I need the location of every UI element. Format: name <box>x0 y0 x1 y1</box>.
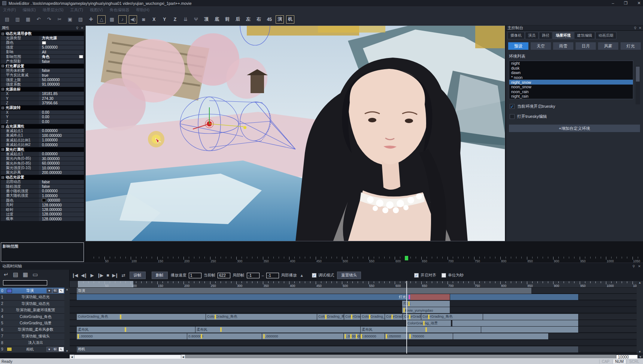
frame-button[interactable]: 帧 <box>52 288 58 293</box>
timeline-vertical-scrollbar[interactable]: ▲▼ <box>637 281 643 354</box>
bell-icon[interactable]: ▲ <box>300 273 304 278</box>
open-folder-icon[interactable]: ▥ <box>13 15 22 24</box>
keyframe-marker[interactable] <box>386 334 387 339</box>
track-row[interactable]: 7导演功能_慢镜头 <box>0 333 64 339</box>
timeline-clip[interactable] <box>453 333 549 339</box>
menu-item-4[interactable]: 视图(V) <box>90 7 103 13</box>
timeline-clip[interactable]: 0.800000 <box>360 333 385 339</box>
timeline-clip[interactable]: ColorGrading_角色 <box>77 314 206 320</box>
collapse-icon[interactable]: − <box>1 176 4 179</box>
collapse-icon[interactable]: − <box>1 125 4 128</box>
move-gizmo-icon[interactable]: ✚ <box>87 15 95 24</box>
property-value[interactable]: 50.000000 <box>39 78 84 82</box>
chevron-down-icon[interactable]: ▼ <box>46 347 52 352</box>
property-value[interactable]: 0.000000 <box>39 189 84 193</box>
drop-to-ground-icon[interactable]: ⇊ <box>181 15 189 24</box>
property-value[interactable]: 60.000000 <box>39 161 84 165</box>
timeline-clip[interactable]: 0.050000 <box>385 333 408 339</box>
property-value[interactable]: 128.000000 <box>39 203 84 207</box>
timeline-clip[interactable] <box>481 327 579 333</box>
timeline-clip[interactable]: 1.000000 <box>77 333 187 339</box>
tab-演员[interactable]: 演员 <box>525 32 539 39</box>
viewport-3d[interactable] <box>85 25 505 241</box>
timeline-clip[interactable]: 柔布风 <box>361 327 481 333</box>
view-right-button[interactable]: 右 <box>255 15 263 24</box>
timeline-clip[interactable]: ColorGrading_场景 <box>406 320 451 326</box>
frame-button[interactable]: 帧 <box>52 347 58 352</box>
keyframe-marker[interactable] <box>120 315 121 319</box>
track-color-swatch[interactable] <box>7 289 12 293</box>
property-value[interactable]: false <box>39 59 84 63</box>
property-value[interactable]: false <box>39 184 84 189</box>
menu-item-5[interactable]: 角色编辑器 <box>110 7 130 13</box>
view-left-button[interactable]: 左 <box>244 15 252 24</box>
paste-icon[interactable]: ▧ <box>76 15 85 24</box>
axis-x-button[interactable]: X <box>150 15 158 24</box>
keyframe-marker[interactable] <box>428 315 430 319</box>
keyframe-marker[interactable] <box>220 327 222 332</box>
reset-camera-button[interactable]: 重置镜头 <box>337 272 361 279</box>
timeline-tracks-area[interactable]: 导演灯光灯光Movie_yunyingdaoColorGrading_角色Col… <box>70 288 637 354</box>
env-item[interactable]: * noon <box>509 75 633 80</box>
undo-icon[interactable]: ↶ <box>34 15 43 24</box>
keyframe-marker[interactable] <box>361 334 362 339</box>
track-row[interactable]: 0导演▼帧↖ <box>0 288 64 294</box>
keyframe-marker[interactable] <box>369 315 370 319</box>
property-value[interactable]: 128.000000 <box>39 208 84 212</box>
minimize-button[interactable]: – <box>612 1 614 6</box>
chevron-down-icon[interactable]: ▼ <box>46 288 52 293</box>
env-item[interactable]: noon_snow <box>509 85 633 89</box>
timeline-clip[interactable]: ColorGrading_角 <box>344 314 361 320</box>
timeline-clip[interactable]: ColorGrading_角色 <box>361 314 385 320</box>
property-value[interactable]: 128.000000 <box>39 212 84 216</box>
menu-item-0[interactable]: 文件(F) <box>3 7 16 13</box>
keyframe-marker[interactable] <box>345 334 346 339</box>
property-value[interactable]: true <box>39 73 84 77</box>
global-frame-ruler[interactable]: 5010015020025030035040045050055060065070… <box>94 257 640 263</box>
global-playhead-marker[interactable] <box>405 256 408 260</box>
timeline-clip[interactable]: 柔布风 <box>195 327 361 333</box>
new-file-icon[interactable]: ▤ <box>3 15 11 24</box>
collapse-icon[interactable]: − <box>1 33 4 35</box>
track-row[interactable]: 3导演功能_新建环境配置 <box>0 307 64 313</box>
delete-frame-button[interactable]: 删帧 <box>152 272 168 279</box>
music-icon[interactable]: ♪ <box>118 15 127 24</box>
env-item[interactable]: night_rain <box>509 94 633 99</box>
property-value[interactable]: 128.000000 <box>39 217 84 221</box>
rotate-gizmo-icon[interactable]: △ <box>97 15 106 24</box>
close-panel-icon[interactable]: ✕ <box>81 26 84 30</box>
tab-路径[interactable]: 路径 <box>539 32 552 39</box>
timeline-clip[interactable]: 灯光 <box>398 294 410 300</box>
unit-seconds-checkbox[interactable] <box>442 273 446 278</box>
keyframe-marker[interactable] <box>350 334 352 339</box>
collapse-icon[interactable]: − <box>1 148 4 151</box>
import-track-icon[interactable]: ↵ <box>4 271 9 278</box>
property-value[interactable]: 角色 <box>39 55 84 59</box>
tab-摄像机[interactable]: 摄像机 <box>507 32 525 39</box>
property-value[interactable]: All <box>39 50 84 54</box>
axis-y-button[interactable]: Y <box>160 15 169 24</box>
env-button-雨雪[interactable]: 雨雪 <box>553 42 573 50</box>
keyframe-marker[interactable] <box>409 334 411 339</box>
loop-button[interactable]: ⇄ <box>122 273 125 278</box>
track-row[interactable]: 8淡入淡出 <box>0 340 64 346</box>
track-filter-input[interactable] <box>3 280 47 285</box>
track-color-swatch[interactable] <box>7 347 12 351</box>
track-row[interactable]: 4ColorGrading_角色 <box>0 314 64 320</box>
view-back-button[interactable]: 后 <box>234 15 242 24</box>
cut-icon[interactable]: ✂ <box>55 15 64 24</box>
timeline-clip[interactable]: Movie_yunyingdao <box>402 307 450 313</box>
view-top-button[interactable]: 顶 <box>202 15 210 24</box>
track-row[interactable]: 9相机▼帧↖ <box>0 346 64 352</box>
env-item[interactable]: dusk <box>509 66 633 71</box>
env-button-灯光[interactable]: 灯光 <box>621 42 641 50</box>
pin-icon[interactable]: ⚲ <box>76 26 79 30</box>
truesky-edit-checkbox[interactable] <box>510 114 515 119</box>
timeline-clip[interactable]: ColorGrading_角色 <box>317 314 344 320</box>
property-section-header[interactable]: −光源旋转 <box>1 105 84 110</box>
speaker-icon[interactable]: ◀) <box>129 15 137 24</box>
mode-perform-button[interactable]: 演 <box>276 15 284 24</box>
go-start-button[interactable]: ❙◀ <box>72 273 77 278</box>
local-to-input[interactable]: -1 <box>266 273 279 278</box>
local-from-input[interactable]: -1 <box>247 273 260 278</box>
